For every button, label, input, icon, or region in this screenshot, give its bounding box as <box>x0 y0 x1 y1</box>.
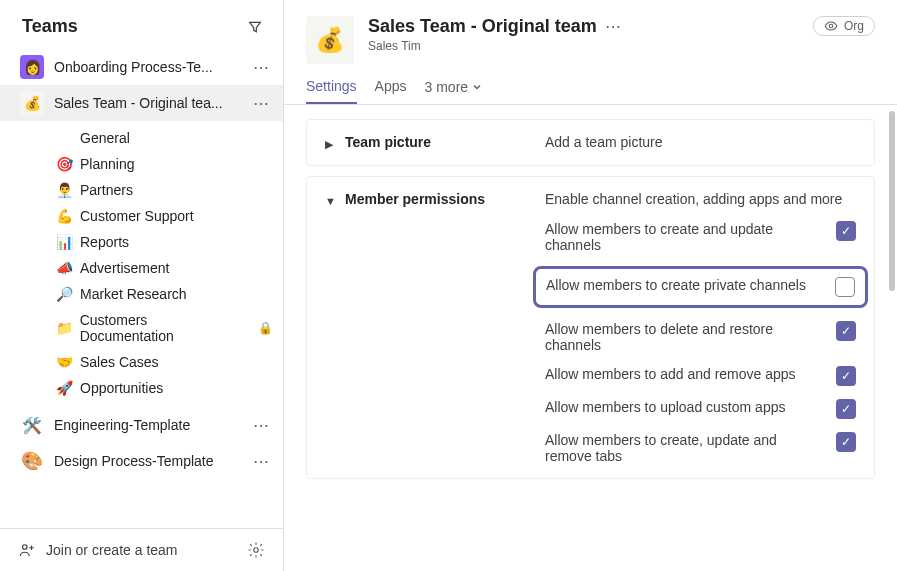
perm-row: Allow members to add and remove apps ✓ <box>545 366 856 386</box>
team-avatar: 👩 <box>20 55 44 79</box>
eye-icon <box>824 19 838 33</box>
tab-apps[interactable]: Apps <box>375 78 407 104</box>
section-desc: Add a team picture <box>545 134 856 151</box>
page-subtitle: Sales Tim <box>368 39 799 53</box>
check-icon: ✓ <box>841 224 851 238</box>
channel-emoji: 👨‍💼 <box>56 182 74 198</box>
perm-label: Allow members to create and update chann… <box>545 221 818 253</box>
checkbox[interactable]: ✓ <box>836 221 856 241</box>
team-row-onboarding[interactable]: 👩 Onboarding Process-Te... ⋯ <box>0 49 283 85</box>
team-label: Engineering-Template <box>54 417 239 433</box>
people-add-icon <box>18 541 36 559</box>
header-more-icon[interactable]: ⋯ <box>605 17 621 36</box>
section-header[interactable]: ▶ Team picture Add a team picture <box>307 120 874 165</box>
check-icon: ✓ <box>841 324 851 338</box>
channel-label: General <box>80 130 130 146</box>
channel-label: Planning <box>80 156 135 172</box>
channel-advertisement[interactable]: 📣Advertisement <box>0 255 283 281</box>
perm-label: Allow members to add and remove apps <box>545 366 818 382</box>
section-team-picture: ▶ Team picture Add a team picture <box>306 119 875 166</box>
caret-down-icon: ▼ <box>325 195 335 464</box>
join-team-button[interactable]: Join or create a team <box>18 541 178 559</box>
chevron-down-icon <box>472 82 482 92</box>
channel-label: Sales Cases <box>80 354 159 370</box>
sidebar-footer: Join or create a team <box>0 528 283 571</box>
tab-more-label: 3 more <box>425 79 469 95</box>
section-body: Enable channel creation, adding apps and… <box>545 191 856 464</box>
perm-row: Allow members to create and update chann… <box>545 221 856 253</box>
team-more-icon[interactable]: ⋯ <box>249 416 273 435</box>
channel-label: Advertisement <box>80 260 169 276</box>
main-pane: 💰 Sales Team - Original team ⋯ Sales Tim… <box>284 0 897 571</box>
channel-emoji: 🚀 <box>56 380 74 396</box>
join-label: Join or create a team <box>46 542 178 558</box>
team-avatar: 💰 <box>20 91 44 115</box>
section-member-permissions: ▼ Member permissions Enable channel crea… <box>306 176 875 479</box>
channel-label: Customer Support <box>80 208 194 224</box>
page-title: Sales Team - Original team <box>368 16 597 37</box>
channel-customers-docs[interactable]: 📁Customers Documentation 🔒 <box>0 307 283 349</box>
team-label: Sales Team - Original tea... <box>54 95 239 111</box>
team-more-icon[interactable]: ⋯ <box>249 452 273 471</box>
svg-point-1 <box>254 548 259 553</box>
team-avatar: 🎨 <box>20 449 44 473</box>
channel-opportunities[interactable]: 🚀Opportunities <box>0 375 283 401</box>
team-more-icon[interactable]: ⋯ <box>249 58 273 77</box>
channel-emoji: 🔎 <box>56 286 74 302</box>
page-header: 💰 Sales Team - Original team ⋯ Sales Tim… <box>284 0 897 64</box>
sidebar: Teams 👩 Onboarding Process-Te... ⋯ 💰 Sal… <box>0 0 284 571</box>
svg-point-0 <box>23 545 28 550</box>
team-avatar: 🛠️ <box>20 413 44 437</box>
channel-emoji: 📊 <box>56 234 74 250</box>
channel-planning[interactable]: 🎯Planning <box>0 151 283 177</box>
caret-right-icon: ▶ <box>325 138 335 151</box>
sidebar-title: Teams <box>22 16 78 37</box>
team-label: Onboarding Process-Te... <box>54 59 239 75</box>
section-title: Member permissions <box>345 191 535 464</box>
filter-icon[interactable] <box>247 19 263 35</box>
channel-market-research[interactable]: 🔎Market Research <box>0 281 283 307</box>
section-desc: Enable channel creation, adding apps and… <box>545 191 856 207</box>
team-avatar-large: 💰 <box>306 16 354 64</box>
team-row-design[interactable]: 🎨 Design Process-Template ⋯ <box>0 443 283 479</box>
checkbox[interactable] <box>835 277 855 297</box>
channel-sales-cases[interactable]: 🤝Sales Cases <box>0 349 283 375</box>
channel-reports[interactable]: 📊Reports <box>0 229 283 255</box>
gear-icon[interactable] <box>247 541 265 559</box>
team-row-engineering[interactable]: 🛠️ Engineering-Template ⋯ <box>0 407 283 443</box>
channel-label: Customers Documentation <box>80 312 242 344</box>
channel-support[interactable]: 💪Customer Support <box>0 203 283 229</box>
channel-emoji: 💪 <box>56 208 74 224</box>
channel-general[interactable]: General <box>0 125 283 151</box>
checkbox[interactable]: ✓ <box>836 366 856 386</box>
section-header[interactable]: ▼ Member permissions Enable channel crea… <box>307 177 874 478</box>
tab-settings[interactable]: Settings <box>306 78 357 104</box>
channel-label: Market Research <box>80 286 187 302</box>
channel-label: Opportunities <box>80 380 163 396</box>
channel-label: Partners <box>80 182 133 198</box>
channel-emoji: 📁 <box>56 320 74 336</box>
lock-icon: 🔒 <box>258 321 273 335</box>
channel-emoji: 📣 <box>56 260 74 276</box>
channel-emoji: 🤝 <box>56 354 74 370</box>
checkbox[interactable]: ✓ <box>836 399 856 419</box>
settings-content: ▶ Team picture Add a team picture ▼ Memb… <box>284 105 897 571</box>
perm-row: Allow members to delete and restore chan… <box>545 321 856 353</box>
team-more-icon[interactable]: ⋯ <box>249 94 273 113</box>
section-title: Team picture <box>345 134 535 151</box>
channel-label: Reports <box>80 234 129 250</box>
check-icon: ✓ <box>841 402 851 416</box>
tab-more[interactable]: 3 more <box>425 78 483 104</box>
svg-point-2 <box>829 24 833 28</box>
org-badge[interactable]: Org <box>813 16 875 36</box>
checkbox[interactable]: ✓ <box>836 321 856 341</box>
org-label: Org <box>844 19 864 33</box>
perm-label: Allow members to create private channels <box>546 277 817 293</box>
checkbox[interactable]: ✓ <box>836 432 856 452</box>
tab-bar: Settings Apps 3 more <box>284 64 897 105</box>
channel-partners[interactable]: 👨‍💼Partners <box>0 177 283 203</box>
check-icon: ✓ <box>841 435 851 449</box>
perm-label: Allow members to delete and restore chan… <box>545 321 818 353</box>
team-row-sales[interactable]: 💰 Sales Team - Original tea... ⋯ <box>0 85 283 121</box>
scrollbar[interactable] <box>889 111 895 291</box>
